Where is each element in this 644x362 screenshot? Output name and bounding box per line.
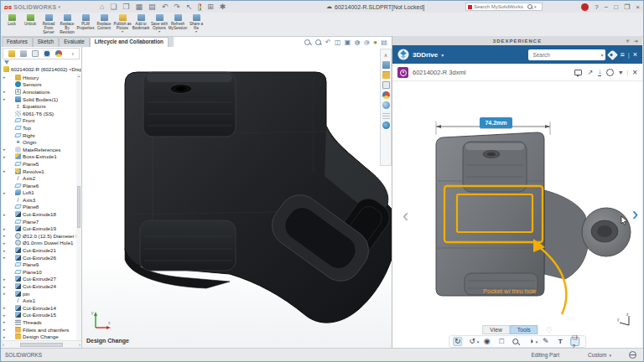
tree-item[interactable]: ▸ Axis3 (2, 196, 76, 204)
tree-expand-icon[interactable]: ▸ (3, 291, 8, 296)
tree-expand-icon[interactable]: ▸ (3, 284, 8, 289)
pin-icon[interactable] (634, 38, 639, 44)
window-control-icon[interactable] (614, 3, 618, 11)
tree-item[interactable]: ▸ Cut-Extrude14 (2, 304, 76, 312)
headsup-icon[interactable] (381, 39, 387, 46)
tree-expand-icon[interactable]: ▸ (3, 313, 8, 318)
quick-access-icon[interactable] (198, 3, 201, 11)
globe-icon[interactable] (629, 351, 636, 359)
quick-access-icon[interactable] (110, 3, 117, 11)
tree-item[interactable]: ▸ Design Change (2, 333, 76, 340)
task-pane-icon[interactable] (382, 101, 390, 109)
doc-action-icon[interactable] (606, 69, 614, 76)
command-tab[interactable]: Evaluate (59, 37, 90, 47)
panel-tab-icon[interactable] (55, 50, 62, 57)
tool-dropdown-icon[interactable] (477, 339, 480, 344)
headsup-dropdown-icon[interactable] (358, 40, 360, 44)
panel-tabs-expand-icon[interactable] (72, 51, 74, 57)
window-control-icon[interactable] (624, 3, 630, 11)
ribbon-button[interactable]: Lock (3, 14, 21, 29)
panel-tab-icon[interactable] (44, 50, 50, 57)
tree-expand-icon[interactable]: ▸ (3, 168, 8, 173)
tree-item[interactable]: ▸ 6061-T6 (SS) (2, 110, 76, 117)
preview-tool-icon[interactable] (512, 338, 521, 346)
tree-expand-icon[interactable]: ▸ (3, 226, 8, 231)
quick-access-icon[interactable] (100, 3, 104, 11)
ribbon-button[interactable]: Share a file (187, 14, 205, 34)
panel-tab-icon[interactable] (8, 50, 15, 57)
preview-tool-icon[interactable] (570, 337, 579, 346)
quick-access-icon[interactable] (207, 3, 214, 11)
tree-expand-icon[interactable]: ▸ (3, 255, 8, 260)
tree-item[interactable]: ▸ Cut-Extrude18 (2, 210, 76, 218)
headsup-icon[interactable] (345, 39, 351, 46)
task-pane-icon[interactable] (382, 111, 390, 119)
tree-item[interactable]: ▸ Plane9 (2, 261, 76, 268)
scrollbar-thumb[interactable] (77, 186, 80, 229)
tree-item[interactable]: ▸ Cut-Extrude26 (2, 254, 76, 261)
task-pane-icon[interactable] (382, 71, 390, 79)
tree-horizontal-scrollbar[interactable]: ‹ › (2, 340, 81, 348)
preview-tool-icon[interactable] (497, 337, 506, 346)
tree-item[interactable]: ▸ Cut-Extrude21 (2, 246, 76, 254)
tree-expand-icon[interactable]: ▸ (3, 240, 8, 246)
headsup-dropdown-icon[interactable] (375, 40, 377, 44)
tree-expand-icon[interactable]: ▸ (3, 334, 8, 339)
ribbon-button[interactable]: PLM Properties (76, 14, 95, 34)
tree-item[interactable]: ▸ Front (2, 117, 76, 125)
ribbon-button[interactable]: Refresh MySession (169, 14, 187, 34)
scroll-left-icon[interactable]: ‹ (3, 342, 4, 347)
doc-action-icon[interactable] (574, 70, 582, 75)
preview-tab[interactable]: Tools (510, 325, 538, 334)
graphics-viewport[interactable]: y x Design Change (82, 37, 392, 348)
preview-3d-model[interactable] (411, 106, 634, 318)
ribbon-button[interactable]: Reload From Server (39, 14, 58, 38)
tree-expand-icon[interactable]: ▸ (3, 319, 8, 324)
panel-search-input[interactable] (531, 51, 589, 59)
menu-icon[interactable] (620, 51, 624, 59)
tree-item[interactable]: ▸ Fillets and chamfers (2, 326, 76, 334)
tree-item[interactable]: ▸ pin (2, 290, 76, 297)
ribbon-button[interactable]: Save with Options (150, 14, 169, 34)
headsup-dropdown-icon[interactable] (367, 40, 369, 44)
tree-item[interactable]: ▸ Ø12.0 (12.5) Diameter Hole1 (2, 232, 76, 240)
tree-item[interactable]: ▸ Revolve1 (2, 168, 76, 175)
tree-item[interactable]: ▸ Threads (2, 318, 76, 326)
window-control-icon[interactable] (636, 3, 640, 11)
ribbon-dropdown-icon[interactable] (122, 30, 123, 34)
tree-item[interactable]: ▸ Equations (2, 102, 76, 110)
task-pane-icon[interactable] (382, 91, 390, 99)
tree-expand-icon[interactable]: ▸ (3, 212, 8, 217)
tree-expand-icon[interactable]: ▸ (3, 190, 8, 195)
command-tab[interactable]: Sketch (33, 37, 59, 47)
tree-expand-icon[interactable]: ▸ (3, 89, 8, 94)
filter-funnel-icon[interactable] (4, 60, 9, 65)
ribbon-button[interactable]: Add to Bookmark (132, 14, 150, 34)
task-pane-icon[interactable] (382, 61, 390, 69)
tree-item[interactable]: ▸ Cut-Extrude15 (2, 312, 76, 319)
headsup-icon[interactable] (325, 39, 331, 46)
command-tab[interactable]: Lifecycle and Collaboration (90, 37, 169, 47)
tree-expand-icon[interactable]: ▸ (3, 154, 8, 159)
task-pane-icon[interactable] (382, 81, 390, 89)
mysolidworks-search[interactable] (465, 3, 543, 11)
ribbon-dropdown-icon[interactable] (158, 30, 160, 34)
quick-access-icon[interactable] (174, 3, 180, 11)
tree-item[interactable]: ▸ Axis2 (2, 174, 76, 182)
tree-item[interactable]: ▸ Loft1 (2, 189, 76, 197)
panel-search-caret-icon[interactable] (600, 52, 603, 58)
panel-search[interactable] (528, 49, 605, 60)
quick-access-icon[interactable] (162, 3, 169, 11)
ribbon-button[interactable]: Unlock (21, 14, 39, 29)
preview-tab[interactable]: View (482, 325, 510, 334)
panel-close-icon[interactable] (633, 51, 637, 59)
window-control-icon[interactable] (595, 3, 598, 11)
tree-item[interactable]: ▸ Annotations (2, 88, 76, 96)
quick-access-icon[interactable] (148, 3, 156, 11)
config-selector[interactable]: Custom (588, 352, 611, 358)
ribbon-button[interactable]: Replace By Revision (58, 14, 76, 38)
tree-expand-icon[interactable]: ▸ (3, 327, 8, 332)
tree-expand-icon[interactable]: ▸ (3, 277, 8, 282)
scrollbar-thumb[interactable] (20, 343, 63, 347)
ribbon-button[interactable]: Publish as Picture (113, 14, 132, 34)
